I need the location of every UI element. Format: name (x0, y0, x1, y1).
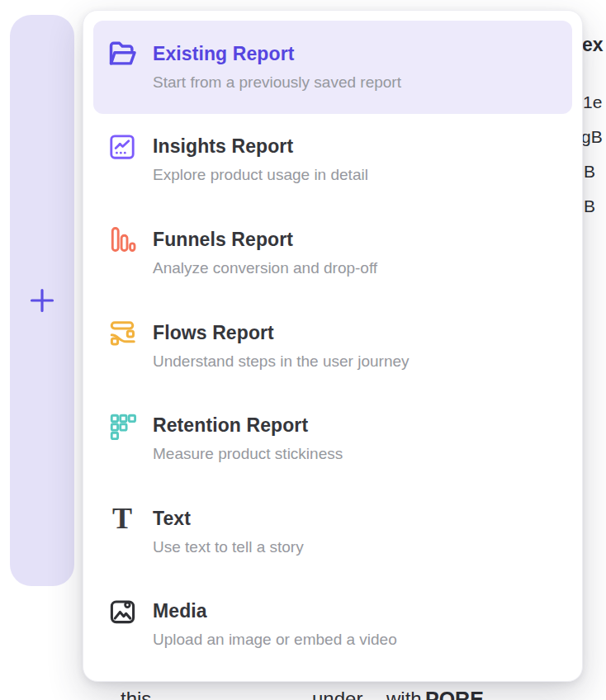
background-text-fragment: PORE (425, 689, 484, 700)
menu-item-retention-report[interactable]: Retention Report Measure product stickin… (93, 392, 572, 485)
menu-item-subtitle: Upload an image or embed a video (153, 629, 397, 650)
menu-item-title: Funnels Report (153, 228, 377, 252)
background-text-fragment: B (584, 197, 595, 215)
menu-item-title: Existing Report (153, 42, 401, 66)
background-text-fragment: gB (581, 128, 603, 145)
menu-item-title: Flows Report (153, 321, 410, 345)
menu-item-title: Retention Report (153, 414, 343, 438)
add-button[interactable] (30, 288, 54, 313)
funnel-bars-icon (107, 224, 138, 255)
menu-item-subtitle: Measure product stickiness (153, 443, 343, 464)
text-icon: T (107, 503, 138, 534)
background-text-fragment: this (121, 689, 151, 700)
insights-chart-icon (107, 131, 138, 163)
menu-item-media[interactable]: Media Upload an image or embed a video (93, 578, 572, 671)
plus-icon (30, 288, 54, 313)
background-text-fragment: ex (582, 35, 604, 54)
menu-item-title: Text (153, 507, 304, 531)
menu-item-funnels-report[interactable]: Funnels Report Analyze conversion and dr… (93, 206, 572, 300)
background-text-fragment: with (386, 689, 422, 700)
menu-item-title: Media (153, 599, 397, 623)
retention-grid-icon (107, 410, 138, 442)
menu-item-subtitle: Explore product usage in detail (153, 164, 368, 185)
menu-item-subtitle: Use text to tell a story (153, 537, 304, 557)
menu-item-subtitle: Start from a previously saved report (153, 72, 401, 92)
folder-open-icon (107, 38, 138, 69)
flows-icon (107, 317, 138, 348)
menu-item-text[interactable]: T Text Use text to tell a story (93, 485, 572, 579)
background-text-fragment: 1e (583, 93, 602, 111)
menu-item-insights-report[interactable]: Insights Report Explore product usage in… (93, 114, 572, 207)
menu-item-title: Insights Report (153, 135, 368, 158)
background-text-fragment: under (312, 689, 362, 700)
add-report-menu: Existing Report Start from a previously … (83, 10, 583, 682)
background-text-fragment: B (584, 163, 595, 180)
menu-item-existing-report[interactable]: Existing Report Start from a previously … (93, 21, 572, 114)
menu-item-subtitle: Understand steps in the user journey (153, 351, 410, 371)
dashboard-add-rail (10, 15, 74, 586)
menu-item-subtitle: Analyze conversion and drop-off (153, 258, 377, 278)
menu-item-flows-report[interactable]: Flows Report Understand steps in the use… (93, 300, 572, 393)
media-image-icon (107, 596, 138, 627)
